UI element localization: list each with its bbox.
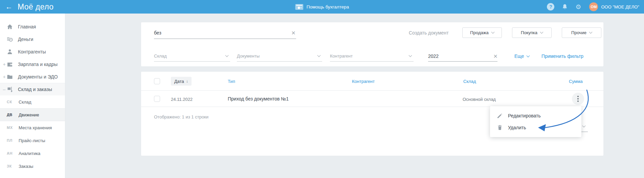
trash-icon: [497, 125, 503, 131]
create-sale-button[interactable]: Продажа: [462, 27, 502, 38]
row-warehouse: Основной склад: [463, 97, 496, 102]
chevron-down-icon: [540, 30, 543, 34]
back-arrow-icon[interactable]: ←: [5, 0, 13, 14]
settings-gear-icon[interactable]: ⚙: [575, 3, 581, 10]
dropdown-placeholder: Склад: [154, 53, 167, 59]
dropdown-placeholder: Контрагент: [330, 53, 353, 59]
year-input[interactable]: [428, 53, 482, 59]
sort-descending-icon: ↓: [186, 79, 188, 84]
warehouse-column-header[interactable]: Склад: [463, 79, 476, 84]
subitem-code: СК: [7, 100, 12, 104]
subitem-code: ЗК: [7, 164, 12, 168]
amount-column-header[interactable]: Сумма: [569, 79, 583, 84]
date-column-label: Дата: [174, 79, 184, 84]
type-column-header[interactable]: Тип: [228, 79, 235, 84]
dropdown-placeholder: Документы: [237, 53, 260, 59]
sidebar-item-label: Зарплата и кадры: [18, 62, 58, 67]
subitem-code: АН: [7, 151, 13, 155]
sidebar-item-label: Документы и ЭДО: [18, 74, 58, 80]
collapse-minus-icon[interactable]: –: [2, 87, 6, 92]
row-actions-kebab-button[interactable]: [572, 93, 584, 105]
chevron-down-icon: [317, 54, 321, 57]
sidebar-item-zarplata[interactable]: + Зарплата и кадры: [0, 58, 65, 70]
sidebar-subitem-analitika[interactable]: АН Аналитика: [0, 147, 65, 160]
more-label: Еще: [514, 53, 524, 59]
year-filter-field: ×: [428, 51, 497, 62]
search-clear-icon[interactable]: ×: [291, 29, 295, 37]
chevron-down-icon: [491, 30, 494, 34]
menu-item-edit[interactable]: Редактировать: [490, 110, 581, 121]
notifications-bell-icon[interactable]: [562, 4, 568, 10]
menu-item-label: Редактировать: [508, 113, 541, 118]
expand-plus-icon[interactable]: +: [2, 74, 6, 80]
sort-by-date-chip[interactable]: Дата ↓: [171, 77, 192, 86]
sidebar-item-glavnaya[interactable]: Главная: [0, 20, 65, 33]
row-date: 24.11.2022: [171, 97, 193, 102]
row-type: Приход без документов №1: [228, 96, 289, 102]
sidebar-item-dokumenty[interactable]: + Документы и ЭДО: [0, 70, 65, 83]
apply-filter-label: Применить фильтр: [541, 53, 583, 59]
sidebar-subitem-dvizhenie[interactable]: ДВ Движение: [0, 108, 65, 121]
subitem-label: Прайс-листы: [19, 138, 45, 143]
sidebar-item-label: Склад и заказы: [18, 87, 52, 92]
subitem-label: Места хранения: [19, 125, 52, 130]
documents-filter-dropdown[interactable]: Документы: [237, 51, 322, 62]
expand-plus-icon[interactable]: +: [2, 62, 6, 67]
button-label: Прочие: [571, 30, 586, 35]
row-checkbox[interactable]: [154, 96, 160, 102]
sidebar-item-sklad-i-zakazy[interactable]: – Склад и заказы: [0, 83, 65, 95]
company-name[interactable]: ООО "МОЕ ДЕЛО": [601, 4, 639, 9]
subitem-label: Склад: [19, 99, 31, 105]
sidebar-subitem-prays-listy[interactable]: ПЛ Прайс-листы: [0, 134, 65, 147]
create-document-label: Создать документ: [409, 27, 449, 38]
person-icon: [7, 49, 13, 55]
pencil-icon: [497, 113, 503, 119]
menu-item-delete[interactable]: Удалить: [490, 121, 581, 133]
wallet-icon: [7, 61, 13, 67]
button-label: Покупка: [521, 30, 537, 35]
search-box: ×: [154, 28, 296, 39]
counterparty-filter-dropdown[interactable]: Контрагент: [330, 51, 414, 62]
create-purchase-button[interactable]: Покупка: [512, 27, 552, 38]
chevron-down-icon: [409, 54, 412, 57]
accountant-help-button[interactable]: Помощь бухгалтера: [295, 0, 349, 14]
table-row[interactable]: 24.11.2022 Приход без документов №1 Осно…: [141, 91, 603, 107]
help-icon[interactable]: ?: [547, 3, 554, 10]
table-header-row: Дата ↓ Тип Контрагент Склад Сумма: [141, 72, 603, 91]
subitem-code: ПЛ: [7, 138, 13, 142]
button-label: Продажа: [470, 30, 488, 35]
create-other-button[interactable]: Прочие: [562, 27, 601, 38]
counterparty-column-header[interactable]: Контрагент: [352, 79, 375, 84]
year-clear-icon[interactable]: ×: [493, 52, 497, 60]
kebab-dot: [577, 101, 579, 102]
cash-icon: [295, 4, 303, 10]
warehouse-filter-dropdown[interactable]: Склад: [154, 51, 230, 62]
more-filters-link[interactable]: Еще: [514, 51, 529, 62]
sidebar-item-label: Контрагенты: [18, 49, 46, 54]
menu-item-label: Удалить: [508, 125, 526, 130]
app-logo[interactable]: Моё дело: [18, 2, 54, 12]
sidebar-subitem-zakazy[interactable]: ЗК Заказы: [0, 160, 65, 173]
sidebar: Главная Деньги Контрагенты: [0, 14, 65, 178]
subitem-code: ДВ: [7, 113, 13, 117]
rows-shown-label: Отображено: 1 из 1 строки: [154, 114, 208, 119]
top-header: ← Моё дело Помощь бухгалтера ? ⚙ ОМ ООО …: [0, 0, 644, 14]
chevron-down-icon: [526, 54, 530, 57]
moe-delo-app: { "header": { "logo_text": "Моё дело", "…: [0, 0, 644, 178]
sidebar-item-dengi[interactable]: Деньги: [0, 33, 65, 45]
home-icon: [7, 24, 13, 30]
select-all-checkbox[interactable]: [154, 78, 160, 84]
sidebar-subitem-mesta-khraneniya[interactable]: МХ Места хранения: [0, 121, 65, 134]
avatar[interactable]: ОМ: [589, 2, 598, 11]
sidebar-item-kontragenty[interactable]: Контрагенты: [0, 45, 65, 58]
money-icon: [7, 36, 13, 42]
sidebar-subitem-sklad[interactable]: СК Склад: [0, 95, 65, 108]
kebab-dot: [577, 98, 579, 99]
subitem-label: Движение: [19, 112, 39, 117]
subitem-label: Аналитика: [19, 151, 40, 156]
row-context-menu: Редактировать Удалить: [490, 106, 581, 137]
filter-panel: × Создать документ Продажа Покупка Прочи…: [141, 22, 603, 66]
search-input[interactable]: [154, 28, 286, 38]
subitem-code: МХ: [7, 126, 13, 130]
apply-filter-link[interactable]: Применить фильтр: [541, 51, 583, 62]
